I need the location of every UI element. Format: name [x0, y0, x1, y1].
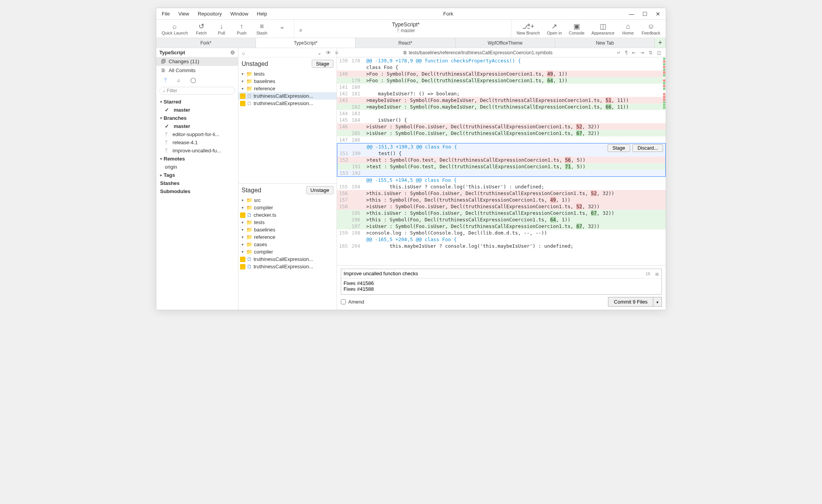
diff-view[interactable]: 139178 @@ -139,9 +178,9 @@ function chec… — [337, 57, 666, 265]
discard-hunk-button[interactable]: Discard... — [632, 144, 663, 152]
menu-window[interactable]: Window — [226, 9, 252, 18]
commit-subject-input[interactable] — [341, 269, 643, 278]
sidebar-item-master[interactable]: master — [156, 122, 238, 130]
github-icon[interactable]: ◯ — [190, 77, 196, 83]
stash-chevron-icon[interactable]: ⌄ — [273, 21, 291, 36]
diff-line[interactable]: 155194 this.isUser ? console.log('this.i… — [337, 183, 666, 190]
sort-icon[interactable]: ⇅ — [647, 50, 654, 55]
menu-view[interactable]: View — [174, 9, 193, 18]
diff-line[interactable]: class Foo { — [337, 64, 666, 71]
tab-add[interactable]: + — [655, 38, 666, 48]
close-icon[interactable]: ✕ — [652, 10, 664, 18]
diff-line[interactable]: 147186 — [337, 136, 666, 143]
diff-line[interactable]: 157 >this : Symbol(Foo, Decl(truthinessC… — [337, 197, 666, 203]
diff-line[interactable]: 146 >isUser : Symbol(Foo.isUser, Decl(tr… — [337, 123, 666, 130]
toolbar-quick-launch[interactable]: ⌕Quick Launch — [159, 21, 190, 36]
tab-typescript-[interactable]: TypeScript* — [256, 38, 356, 48]
diff-line[interactable]: 145184 isUser() { — [337, 117, 666, 123]
toolbar-console[interactable]: ▣Console — [566, 21, 587, 36]
toolbar-stash[interactable]: ≡Stash — [253, 21, 271, 36]
sidebar-group-tags[interactable]: ▸ Tags — [156, 171, 238, 179]
menu-repository[interactable]: Repository — [194, 9, 226, 18]
sidebar-changes[interactable]: 🗐 Changes (11) — [156, 57, 238, 66]
tab-react-[interactable]: React* — [356, 38, 455, 48]
sidebar-filter[interactable]: ⌕ Filter — [159, 87, 235, 95]
diff-line[interactable]: 143 >maybeIsUser : Symbol(Foo.maybeIsUse… — [337, 97, 666, 104]
file-tests[interactable]: ▾📁 tests — [238, 70, 337, 78]
file-baselines[interactable]: ▾📁 baselines — [238, 78, 337, 85]
toolbar-feedback[interactable]: ☺Feedback — [639, 21, 663, 36]
file-checker-ts[interactable]: … 🗋 checker.ts — [238, 211, 337, 219]
file-truthinesscallexpression-[interactable]: … 🗋 truthinessCallExpression... — [238, 100, 337, 107]
sidebar-item-improve-uncalled-fu-[interactable]: improve-uncalled-fu... — [156, 147, 238, 155]
amend-checkbox[interactable]: Amend — [341, 299, 364, 305]
diff-line[interactable]: 165204 this.maybeIsUser ? console.log('t… — [337, 243, 666, 249]
sidebar-group-stashes[interactable]: Stashes — [156, 179, 238, 187]
maximize-icon[interactable]: ☐ — [639, 10, 651, 18]
diff-line[interactable]: 179 >Foo : Symbol(Foo, Decl(truthinessCa… — [337, 77, 666, 84]
search-icon[interactable]: ⌕ — [177, 77, 180, 83]
diff-line[interactable]: 185 >isUser : Symbol(Foo.isUser, Decl(tr… — [337, 130, 666, 136]
indent-pos-icon[interactable]: ⇥ — [639, 50, 646, 55]
menu-file[interactable]: File — [158, 9, 174, 18]
commit-body-input[interactable] — [341, 279, 661, 294]
file-compiler[interactable]: ▾📁 compiler — [238, 204, 337, 211]
minimize-icon[interactable]: — — [625, 10, 638, 18]
stage-hunk-button[interactable]: Stage — [608, 144, 630, 152]
collapse-icon[interactable]: ⌄ — [316, 50, 323, 56]
diff-line[interactable]: 182 >maybeIsUser : Symbol(Foo.maybeIsUse… — [337, 104, 666, 110]
unstage-button[interactable]: Unstage — [306, 186, 333, 194]
diff-line[interactable]: 144183 — [337, 110, 666, 117]
menu-help[interactable]: Help — [253, 9, 271, 18]
diff-line[interactable]: 152 >test : Symbol(Foo.test, Decl(truthi… — [337, 157, 665, 163]
file-reference[interactable]: ▾📁 reference — [238, 233, 337, 241]
file-reference[interactable]: ▾📁 reference — [238, 85, 337, 92]
commit-dropdown[interactable] — [653, 297, 662, 307]
toolbar-pull[interactable]: ↓Pull — [212, 21, 230, 36]
sidebar-item-editor-support-for-li-[interactable]: editor-support-for-li... — [156, 130, 238, 138]
panels-icon[interactable]: ◫ — [655, 50, 663, 55]
toolbar-appearance[interactable]: ◫Appearance — [589, 21, 616, 36]
diff-line[interactable]: 191 >test : Symbol(Foo.test, Decl(truthi… — [337, 163, 665, 170]
stage-button[interactable]: Stage — [312, 60, 333, 68]
sidebar-group-remotes[interactable]: ▾ Remotes — [156, 155, 238, 163]
diff-line[interactable]: 139178 @@ -139,9 +178,9 @@ function chec… — [337, 57, 666, 64]
file-truthinesscallexpression-[interactable]: … 🗋 truthinessCallExpression... — [238, 255, 337, 263]
sidebar-item-master[interactable]: master — [156, 106, 238, 114]
sidebar-group-branches[interactable]: ▾ Branches — [156, 114, 238, 122]
commit-button[interactable]: Commit 9 Files — [608, 297, 653, 307]
file-truthinesscallexpression-[interactable]: … 🗋 truthinessCallExpression... — [238, 92, 337, 100]
toolbar-home[interactable]: ⌂Home — [619, 21, 637, 36]
diff-line[interactable]: 140 >Foo : Symbol(Foo, Decl(truthinessCa… — [337, 71, 666, 77]
sidebar-item-origin[interactable]: origin — [156, 163, 238, 171]
diff-selected-block[interactable]: StageDiscard... @@ -151,3 +190,3 @@ clas… — [337, 143, 666, 177]
sidebar-group-starred[interactable]: ▾ Starred — [156, 98, 238, 106]
wrap-icon[interactable]: ↵ — [615, 50, 622, 55]
paragraph-icon[interactable]: ¶ — [623, 50, 629, 55]
diff-line[interactable]: 158 >isUser : Symbol(Foo.isUser, Decl(tr… — [337, 203, 666, 210]
list-icon[interactable]: ≣ — [653, 271, 661, 277]
toolbar-fetch[interactable]: ↺Fetch — [192, 21, 210, 36]
indent-neg-icon[interactable]: ⇤ — [630, 50, 637, 55]
tab-new-tab[interactable]: New Tab — [555, 38, 655, 48]
diff-line[interactable]: 142181 maybeIsUser?: () => boolean; — [337, 90, 666, 97]
toolbar-open-in[interactable]: ↗Open in — [544, 21, 564, 36]
branch-graph-icon[interactable]: ᛘ — [164, 77, 167, 83]
sidebar-item-release-4-1[interactable]: release-4.1 — [156, 138, 238, 147]
file-truthinesscallexpression-[interactable]: … 🗋 truthinessCallExpression... — [238, 263, 337, 270]
diff-line[interactable]: @@ -155,5 +194,5 @@ class Foo { — [337, 177, 666, 183]
sidebar-all-commits[interactable]: 🗎 All Commits — [156, 66, 238, 75]
repo-branch[interactable]: ᛘ master — [397, 28, 415, 33]
toolbar-push[interactable]: ↑Push — [233, 21, 250, 36]
file-cases[interactable]: ▾📁 cases — [238, 241, 337, 248]
diff-line[interactable]: 159198 >console.log : Symbol(Console.log… — [337, 230, 666, 236]
diff-line[interactable]: 197 >isUser : Symbol(Foo.isUser, Decl(tr… — [337, 223, 666, 230]
diff-line[interactable]: 141180 — [337, 84, 666, 90]
diff-line[interactable]: 196 >this : Symbol(Foo, Decl(truthinessC… — [337, 216, 666, 223]
tab-fork-[interactable]: Fork* — [156, 38, 256, 48]
file-compiler[interactable]: ▾📁 compiler — [238, 248, 337, 255]
file-baselines[interactable]: ▾📁 baselines — [238, 226, 337, 233]
tab-wpfofficetheme[interactable]: WpfOfficeTheme — [456, 38, 555, 48]
diff-line[interactable]: 156 >this.isUser : Symbol(Foo.isUser, De… — [337, 190, 666, 197]
file-tests[interactable]: ▾📁 tests — [238, 219, 337, 226]
